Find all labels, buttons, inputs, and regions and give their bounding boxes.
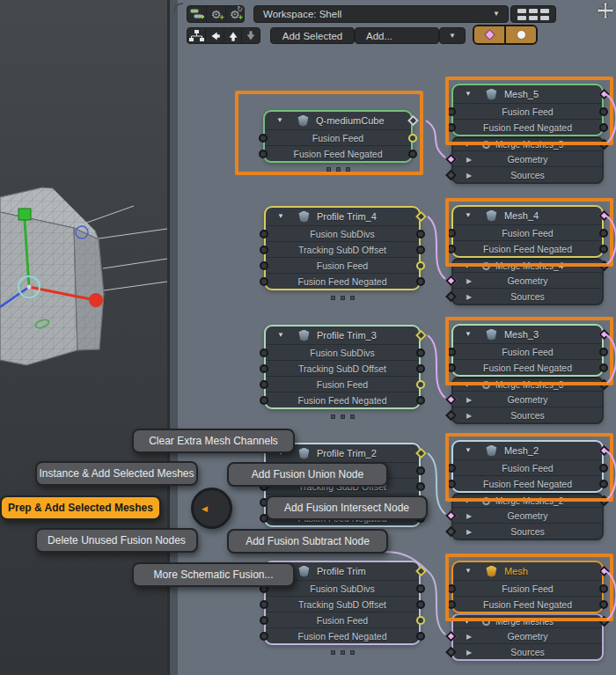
down-arrow-icon: [244, 29, 258, 43]
expand-icon[interactable]: ▶: [466, 292, 472, 300]
link-add-icon: [189, 7, 205, 21]
node-header: ▼ Profile Trim_3: [266, 326, 419, 344]
expand-icon[interactable]: ▶: [466, 632, 472, 640]
node-resize-dots[interactable]: [331, 415, 355, 419]
input-port[interactable]: [260, 246, 268, 254]
menu-item-delete-unused-fusion-nodes[interactable]: Delete Unused Fusion Nodes: [35, 528, 198, 553]
output-port[interactable]: [416, 466, 425, 475]
plus-icon: +: [238, 14, 243, 22]
expand-icon[interactable]: ▶: [466, 527, 472, 535]
geometry-input-port[interactable]: [445, 153, 457, 165]
sources-input-port[interactable]: [445, 409, 457, 421]
row-label: Geometry: [507, 275, 547, 286]
output-port[interactable]: [416, 277, 425, 286]
item-output-port[interactable]: [415, 448, 427, 459]
sources-input-port[interactable]: [445, 169, 457, 180]
add-dropdown[interactable]: Add...: [355, 27, 439, 44]
input-port[interactable]: [260, 600, 268, 609]
geometry-input-port[interactable]: [445, 630, 457, 642]
output-port[interactable]: [416, 600, 425, 609]
output-port[interactable]: [416, 230, 425, 238]
output-port[interactable]: [416, 246, 425, 254]
input-port[interactable]: [260, 349, 268, 357]
navigation-buttons-group: [187, 27, 260, 44]
node-row: ▶Sources: [453, 523, 602, 539]
node-resize-dots[interactable]: [331, 296, 355, 300]
row-label: Fusion SubDivs: [310, 348, 375, 358]
pan-view-button[interactable]: [597, 2, 614, 23]
menu-item-add-fusion-subtract-node[interactable]: Add Fusion Subtract Node: [227, 529, 388, 554]
node-title: Profile Trim: [317, 566, 366, 576]
menu-item-prep-add-selected-meshes[interactable]: Prep & Add Selected Meshes: [0, 495, 161, 520]
layout-grid-button[interactable]: [510, 5, 556, 23]
node-profile-trim-3[interactable]: ▼ Profile Trim_3 Fusion SubDivs Tracking…: [264, 325, 421, 409]
input-port[interactable]: [260, 632, 268, 641]
node-resize-dots[interactable]: [331, 650, 355, 655]
row-label: Fusion Feed Negated: [298, 276, 387, 287]
item-output-port[interactable]: [415, 566, 427, 577]
diamond-style-toggle[interactable]: [474, 26, 504, 43]
output-port[interactable]: [416, 396, 425, 405]
collapse-icon[interactable]: ▼: [277, 213, 284, 220]
menu-item-clear-extra-mesh-channels[interactable]: Clear Extra Mesh Channels: [132, 429, 295, 453]
sources-input-port[interactable]: [445, 646, 457, 657]
menu-item-label: Clear Extra Mesh Channels: [149, 435, 278, 447]
input-port[interactable]: [260, 616, 268, 625]
geometry-input-port[interactable]: [445, 510, 457, 521]
sources-input-port[interactable]: [445, 525, 457, 537]
geometry-input-port[interactable]: [445, 275, 457, 286]
chevron-down-icon: ▼: [493, 11, 500, 18]
input-port[interactable]: [260, 396, 268, 405]
up-arrow-button[interactable]: [224, 28, 242, 43]
menu-item-add-fusion-intersect-node[interactable]: Add Fusion Intersect Node: [266, 495, 428, 520]
item-output-port[interactable]: [415, 330, 427, 341]
expand-icon[interactable]: ▶: [466, 511, 472, 519]
expand-icon[interactable]: ▶: [466, 155, 472, 163]
output-port[interactable]: [416, 584, 425, 593]
menu-item-add-fusion-union-node[interactable]: Add Fusion Union Node: [227, 462, 388, 487]
gear-sync-add-button[interactable]: ⚙ ↻ +: [225, 6, 244, 22]
collapse-icon[interactable]: ▼: [277, 332, 284, 339]
sources-input-port[interactable]: [445, 290, 457, 302]
add-selected-button[interactable]: Add Selected: [270, 27, 355, 44]
output-port[interactable]: [416, 349, 425, 357]
workspace-dropdown[interactable]: Workspace: Shell ▼: [253, 5, 509, 23]
menu-item-more-schematic-fusion[interactable]: More Schematic Fusion...: [132, 562, 295, 587]
row-label: Sources: [510, 526, 545, 537]
circle-style-toggle[interactable]: [504, 26, 536, 43]
node-profile-trim-4[interactable]: ▼ Profile Trim_4 Fusion SubDivs Tracking…: [264, 206, 421, 290]
tree-view-button[interactable]: [187, 28, 205, 43]
input-port[interactable]: [260, 380, 268, 389]
chevron-down-icon: ▼: [449, 33, 456, 40]
pie-menu-center[interactable]: ◀: [191, 488, 232, 529]
back-arrow-button[interactable]: [205, 28, 224, 43]
application-window: ▼ Q-mediumCube Fusion Feed Fusion Feed N…: [0, 0, 616, 675]
output-port[interactable]: [416, 482, 425, 491]
input-port[interactable]: [260, 230, 268, 238]
down-arrow-button[interactable]: [241, 28, 260, 43]
output-port[interactable]: [416, 364, 425, 373]
geometry-input-port[interactable]: [445, 393, 457, 405]
output-port[interactable]: [416, 632, 425, 641]
input-port[interactable]: [260, 277, 268, 286]
item-output-port[interactable]: [415, 211, 427, 223]
row-label: Geometry: [507, 631, 547, 642]
menu-item-instance-add-selected-meshes[interactable]: Instance & Add Selected Meshes: [35, 461, 198, 486]
expand-icon[interactable]: ▶: [466, 395, 472, 403]
output-port[interactable]: [416, 261, 425, 270]
menu-item-label: Prep & Add Selected Meshes: [8, 502, 153, 514]
input-port[interactable]: [260, 261, 268, 270]
add-dropdown-arrow-button[interactable]: ▼: [439, 27, 466, 44]
output-port[interactable]: [416, 616, 425, 625]
expand-icon[interactable]: ▶: [466, 411, 472, 419]
gear-add-button[interactable]: ⚙ +: [206, 6, 224, 22]
row-label: Geometry: [507, 510, 547, 521]
link-add-button[interactable]: [187, 6, 206, 22]
expand-icon[interactable]: ▶: [466, 276, 472, 284]
expand-icon[interactable]: ▶: [466, 648, 472, 656]
white-circle-icon: [517, 30, 526, 40]
input-port[interactable]: [260, 364, 268, 373]
expand-icon[interactable]: ▶: [466, 171, 472, 179]
node-row: Tracking SubD Offset: [266, 596, 419, 612]
output-port[interactable]: [416, 380, 425, 389]
